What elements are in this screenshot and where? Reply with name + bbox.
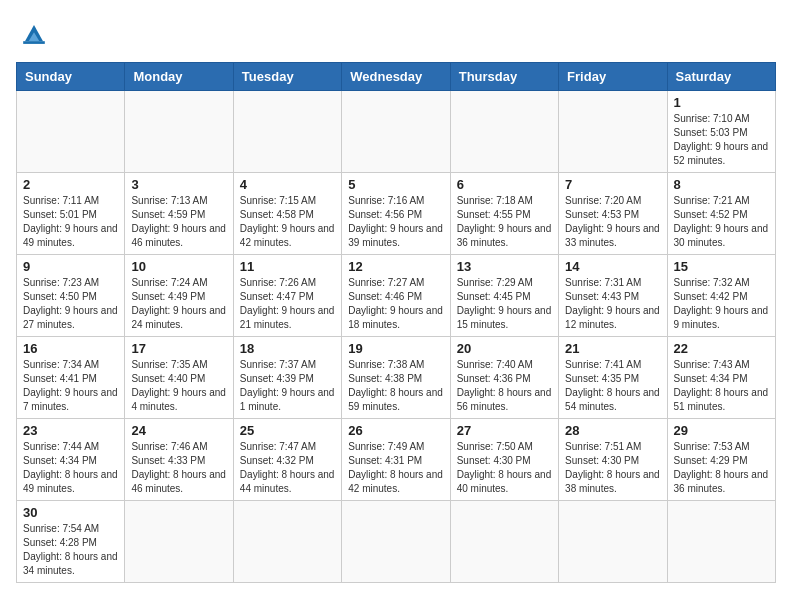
calendar-cell: 29Sunrise: 7:53 AM Sunset: 4:29 PM Dayli… bbox=[667, 419, 775, 501]
day-number: 24 bbox=[131, 423, 226, 438]
calendar-row-3: 9Sunrise: 7:23 AM Sunset: 4:50 PM Daylig… bbox=[17, 255, 776, 337]
day-info: Sunrise: 7:20 AM Sunset: 4:53 PM Dayligh… bbox=[565, 194, 660, 250]
day-number: 20 bbox=[457, 341, 552, 356]
calendar-cell: 25Sunrise: 7:47 AM Sunset: 4:32 PM Dayli… bbox=[233, 419, 341, 501]
calendar-cell bbox=[450, 91, 558, 173]
calendar-cell: 11Sunrise: 7:26 AM Sunset: 4:47 PM Dayli… bbox=[233, 255, 341, 337]
calendar-header: SundayMondayTuesdayWednesdayThursdayFrid… bbox=[17, 63, 776, 91]
day-number: 3 bbox=[131, 177, 226, 192]
page-header bbox=[16, 16, 776, 52]
calendar-cell: 16Sunrise: 7:34 AM Sunset: 4:41 PM Dayli… bbox=[17, 337, 125, 419]
calendar-cell: 12Sunrise: 7:27 AM Sunset: 4:46 PM Dayli… bbox=[342, 255, 450, 337]
day-number: 12 bbox=[348, 259, 443, 274]
day-number: 19 bbox=[348, 341, 443, 356]
weekday-header-tuesday: Tuesday bbox=[233, 63, 341, 91]
calendar-body: 1Sunrise: 7:10 AM Sunset: 5:03 PM Daylig… bbox=[17, 91, 776, 583]
day-info: Sunrise: 7:41 AM Sunset: 4:35 PM Dayligh… bbox=[565, 358, 660, 414]
calendar-cell bbox=[667, 501, 775, 583]
day-info: Sunrise: 7:34 AM Sunset: 4:41 PM Dayligh… bbox=[23, 358, 118, 414]
calendar-cell: 27Sunrise: 7:50 AM Sunset: 4:30 PM Dayli… bbox=[450, 419, 558, 501]
day-number: 13 bbox=[457, 259, 552, 274]
calendar-row-1: 1Sunrise: 7:10 AM Sunset: 5:03 PM Daylig… bbox=[17, 91, 776, 173]
calendar-cell: 20Sunrise: 7:40 AM Sunset: 4:36 PM Dayli… bbox=[450, 337, 558, 419]
day-info: Sunrise: 7:38 AM Sunset: 4:38 PM Dayligh… bbox=[348, 358, 443, 414]
day-info: Sunrise: 7:46 AM Sunset: 4:33 PM Dayligh… bbox=[131, 440, 226, 496]
calendar-cell: 13Sunrise: 7:29 AM Sunset: 4:45 PM Dayli… bbox=[450, 255, 558, 337]
calendar-cell: 8Sunrise: 7:21 AM Sunset: 4:52 PM Daylig… bbox=[667, 173, 775, 255]
svg-rect-2 bbox=[23, 41, 45, 44]
weekday-header-saturday: Saturday bbox=[667, 63, 775, 91]
day-info: Sunrise: 7:35 AM Sunset: 4:40 PM Dayligh… bbox=[131, 358, 226, 414]
day-info: Sunrise: 7:11 AM Sunset: 5:01 PM Dayligh… bbox=[23, 194, 118, 250]
day-number: 4 bbox=[240, 177, 335, 192]
day-info: Sunrise: 7:37 AM Sunset: 4:39 PM Dayligh… bbox=[240, 358, 335, 414]
calendar-cell: 30Sunrise: 7:54 AM Sunset: 4:28 PM Dayli… bbox=[17, 501, 125, 583]
calendar-row-6: 30Sunrise: 7:54 AM Sunset: 4:28 PM Dayli… bbox=[17, 501, 776, 583]
day-info: Sunrise: 7:27 AM Sunset: 4:46 PM Dayligh… bbox=[348, 276, 443, 332]
logo bbox=[16, 16, 56, 52]
day-info: Sunrise: 7:47 AM Sunset: 4:32 PM Dayligh… bbox=[240, 440, 335, 496]
day-number: 16 bbox=[23, 341, 118, 356]
day-info: Sunrise: 7:31 AM Sunset: 4:43 PM Dayligh… bbox=[565, 276, 660, 332]
calendar-cell bbox=[125, 501, 233, 583]
day-number: 5 bbox=[348, 177, 443, 192]
day-number: 18 bbox=[240, 341, 335, 356]
day-number: 1 bbox=[674, 95, 769, 110]
day-info: Sunrise: 7:18 AM Sunset: 4:55 PM Dayligh… bbox=[457, 194, 552, 250]
calendar-cell: 23Sunrise: 7:44 AM Sunset: 4:34 PM Dayli… bbox=[17, 419, 125, 501]
day-number: 28 bbox=[565, 423, 660, 438]
day-info: Sunrise: 7:15 AM Sunset: 4:58 PM Dayligh… bbox=[240, 194, 335, 250]
calendar-cell bbox=[559, 501, 667, 583]
day-info: Sunrise: 7:26 AM Sunset: 4:47 PM Dayligh… bbox=[240, 276, 335, 332]
day-info: Sunrise: 7:53 AM Sunset: 4:29 PM Dayligh… bbox=[674, 440, 769, 496]
day-number: 30 bbox=[23, 505, 118, 520]
day-info: Sunrise: 7:43 AM Sunset: 4:34 PM Dayligh… bbox=[674, 358, 769, 414]
day-number: 23 bbox=[23, 423, 118, 438]
calendar-cell: 5Sunrise: 7:16 AM Sunset: 4:56 PM Daylig… bbox=[342, 173, 450, 255]
calendar: SundayMondayTuesdayWednesdayThursdayFrid… bbox=[16, 62, 776, 583]
day-info: Sunrise: 7:21 AM Sunset: 4:52 PM Dayligh… bbox=[674, 194, 769, 250]
day-info: Sunrise: 7:51 AM Sunset: 4:30 PM Dayligh… bbox=[565, 440, 660, 496]
calendar-cell bbox=[342, 501, 450, 583]
day-number: 8 bbox=[674, 177, 769, 192]
day-info: Sunrise: 7:40 AM Sunset: 4:36 PM Dayligh… bbox=[457, 358, 552, 414]
calendar-cell: 24Sunrise: 7:46 AM Sunset: 4:33 PM Dayli… bbox=[125, 419, 233, 501]
calendar-cell: 3Sunrise: 7:13 AM Sunset: 4:59 PM Daylig… bbox=[125, 173, 233, 255]
day-number: 27 bbox=[457, 423, 552, 438]
day-number: 17 bbox=[131, 341, 226, 356]
calendar-cell bbox=[125, 91, 233, 173]
calendar-cell: 18Sunrise: 7:37 AM Sunset: 4:39 PM Dayli… bbox=[233, 337, 341, 419]
calendar-cell: 17Sunrise: 7:35 AM Sunset: 4:40 PM Dayli… bbox=[125, 337, 233, 419]
weekday-header-row: SundayMondayTuesdayWednesdayThursdayFrid… bbox=[17, 63, 776, 91]
day-info: Sunrise: 7:16 AM Sunset: 4:56 PM Dayligh… bbox=[348, 194, 443, 250]
calendar-cell: 26Sunrise: 7:49 AM Sunset: 4:31 PM Dayli… bbox=[342, 419, 450, 501]
day-number: 29 bbox=[674, 423, 769, 438]
day-info: Sunrise: 7:24 AM Sunset: 4:49 PM Dayligh… bbox=[131, 276, 226, 332]
day-number: 2 bbox=[23, 177, 118, 192]
calendar-row-5: 23Sunrise: 7:44 AM Sunset: 4:34 PM Dayli… bbox=[17, 419, 776, 501]
day-info: Sunrise: 7:50 AM Sunset: 4:30 PM Dayligh… bbox=[457, 440, 552, 496]
calendar-cell: 10Sunrise: 7:24 AM Sunset: 4:49 PM Dayli… bbox=[125, 255, 233, 337]
day-info: Sunrise: 7:29 AM Sunset: 4:45 PM Dayligh… bbox=[457, 276, 552, 332]
calendar-cell bbox=[450, 501, 558, 583]
weekday-header-monday: Monday bbox=[125, 63, 233, 91]
day-info: Sunrise: 7:49 AM Sunset: 4:31 PM Dayligh… bbox=[348, 440, 443, 496]
weekday-header-wednesday: Wednesday bbox=[342, 63, 450, 91]
day-number: 26 bbox=[348, 423, 443, 438]
day-info: Sunrise: 7:10 AM Sunset: 5:03 PM Dayligh… bbox=[674, 112, 769, 168]
calendar-cell: 2Sunrise: 7:11 AM Sunset: 5:01 PM Daylig… bbox=[17, 173, 125, 255]
day-info: Sunrise: 7:23 AM Sunset: 4:50 PM Dayligh… bbox=[23, 276, 118, 332]
calendar-cell: 1Sunrise: 7:10 AM Sunset: 5:03 PM Daylig… bbox=[667, 91, 775, 173]
weekday-header-thursday: Thursday bbox=[450, 63, 558, 91]
day-number: 21 bbox=[565, 341, 660, 356]
day-number: 10 bbox=[131, 259, 226, 274]
calendar-cell bbox=[559, 91, 667, 173]
day-number: 11 bbox=[240, 259, 335, 274]
day-number: 15 bbox=[674, 259, 769, 274]
day-number: 22 bbox=[674, 341, 769, 356]
day-number: 9 bbox=[23, 259, 118, 274]
calendar-cell: 4Sunrise: 7:15 AM Sunset: 4:58 PM Daylig… bbox=[233, 173, 341, 255]
weekday-header-sunday: Sunday bbox=[17, 63, 125, 91]
day-number: 14 bbox=[565, 259, 660, 274]
day-number: 25 bbox=[240, 423, 335, 438]
